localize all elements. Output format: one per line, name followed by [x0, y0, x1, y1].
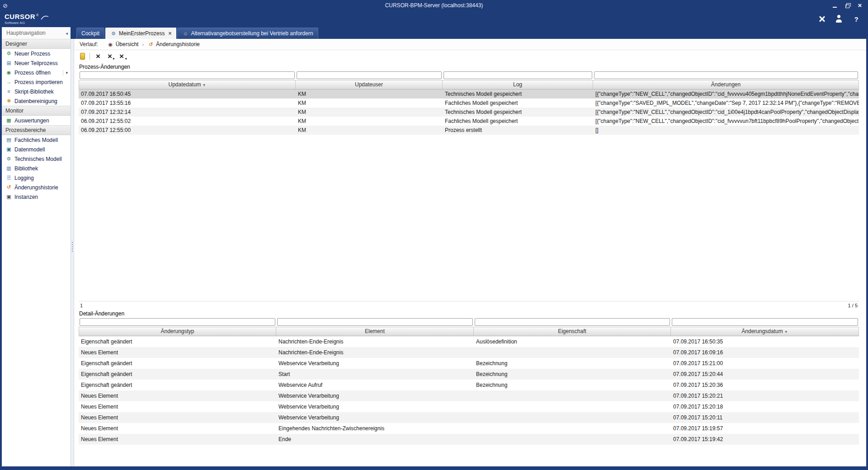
column-header[interactable]: Eigenschaft [474, 327, 671, 336]
sidebar-section-items: Fachliches Modell Datenmodell Technische… [2, 135, 71, 202]
help-icon[interactable] [852, 14, 861, 24]
sidebar-item[interactable]: Neuer Prozess [2, 49, 71, 58]
delete-forward-button[interactable] [106, 53, 113, 60]
column-filter-input[interactable] [277, 318, 473, 326]
sidebar-item[interactable]: Technisches Modell [2, 154, 71, 164]
process-changes-title: Prozess-Änderungen [79, 62, 859, 71]
table-row[interactable]: Neues Element Nachrichten-Ende-Ereignis … [79, 347, 859, 358]
table-row[interactable]: Neues Element Ende 07.09.2017 15:19:42 [79, 434, 859, 445]
table-row[interactable]: Neues Element Webservice Verarbeitung 07… [79, 401, 859, 412]
column-header[interactable]: Änderungen [593, 80, 859, 89]
filter-cell [296, 71, 443, 80]
column-header[interactable]: Updatedatum▼ [79, 80, 296, 89]
sidebar-item[interactable]: Instanzen [2, 192, 71, 202]
cell-aenderungstyp: Neues Element [79, 401, 276, 412]
tab-close-icon[interactable]: × [168, 31, 171, 36]
table-row[interactable]: 07.09.2017 16:50:45 KM Technisches Model… [79, 89, 859, 99]
breadcrumb-item[interactable]: Übersicht [107, 41, 139, 47]
column-filter-input[interactable] [672, 318, 858, 326]
tab-bar: Cockpit MeinErsterProzess × Alternativan… [74, 27, 866, 39]
column-filter-input[interactable] [475, 318, 670, 326]
cell-aenderungsdatum: 07.09.2017 15:19:57 [671, 423, 859, 434]
table-row[interactable]: Eigenschaft geändert Webservice Aufruf B… [79, 380, 859, 390]
column-header-label: Eigenschaft [558, 328, 586, 334]
sidebar-splitter[interactable] [71, 27, 74, 466]
restore-button[interactable] [842, 2, 853, 9]
sidebar-item-label: Logging [14, 175, 34, 181]
brand-registered-mark: ® [36, 14, 38, 17]
table-row[interactable]: Eigenschaft geändert Nachrichten-Ende-Er… [79, 336, 859, 347]
sidebar-item[interactable]: Fachliches Modell [2, 135, 71, 145]
delete-button[interactable] [94, 53, 102, 60]
sidebar-item[interactable]: Auswertungen [2, 116, 71, 125]
sidebar-item[interactable]: Neuer Teilprozess [2, 58, 71, 68]
cell-aenderungen: [] [593, 126, 859, 135]
sidebar-item-label: Änderungshistorie [14, 184, 58, 191]
cell-updateuser: KM [296, 89, 443, 99]
content-spacer [79, 135, 859, 301]
table-row[interactable]: 07.09.2017 13:55:16 KM Fachliches Modell… [79, 99, 859, 108]
column-filter-input[interactable] [297, 71, 442, 79]
table-row[interactable]: 06.09.2017 12:55:02 KM Fachliches Modell… [79, 117, 859, 126]
export-report-icon[interactable] [80, 53, 85, 60]
cell-aenderungstyp: Eigenschaft geändert [79, 336, 276, 347]
column-filter-input[interactable] [80, 318, 275, 326]
sidebar-item-label: Fachliches Modell [14, 137, 58, 143]
sidebar-item[interactable]: Datenbereinigung [2, 96, 71, 106]
tab[interactable]: Cockpit [76, 28, 104, 39]
sidebar-item[interactable]: Logging [2, 173, 71, 183]
column-header[interactable]: Log [443, 80, 593, 89]
sidebar-item[interactable]: Bibliothek [2, 164, 71, 173]
table-row[interactable]: 06.09.2017 12:55:00 KM Prozess erstellt … [79, 126, 859, 135]
column-header[interactable]: Element [276, 327, 474, 336]
cell-eigenschaft: Auslösedefinition [474, 336, 671, 347]
tab[interactable]: MeinErsterProzess × [105, 28, 176, 39]
cell-log: Technisches Modell gespeichert [443, 108, 593, 117]
detail-changes-section: Detail-Änderungen Änderungstyp Element E… [79, 309, 859, 466]
sidebar-item[interactable]: Datenmodell [2, 145, 71, 154]
header-band: CURSOR ® Software AG [0, 11, 868, 27]
breadcrumb-item[interactable]: Änderungshistorie [147, 41, 200, 47]
sidebar-item[interactable]: Änderungshistorie [2, 183, 71, 192]
column-header-label: Änderungen [711, 81, 741, 88]
table-row[interactable]: 07.09.2017 12:32:14 KM Technisches Model… [79, 108, 859, 117]
column-filter-input[interactable] [443, 71, 592, 79]
process-pager: 1 1 / 5 [79, 301, 859, 309]
cell-aenderungsdatum: 07.09.2017 15:20:11 [671, 412, 859, 423]
sidebar-item[interactable]: Prozess importieren [2, 77, 71, 87]
column-header[interactable]: Änderungstyp [79, 327, 276, 336]
delete-back-button[interactable] [118, 53, 125, 60]
sidebar-item[interactable]: Skript-Bibliothek [2, 87, 71, 96]
content: Cockpit MeinErsterProzess × Alternativan… [74, 27, 866, 466]
column-header-label: Änderungsdatum [741, 328, 783, 334]
table-row[interactable]: Eigenschaft geändert Start Bezeichnung 0… [79, 369, 859, 380]
app-window: CURSOR-BPM-Server (localhost:38443) CURS… [0, 0, 868, 470]
breadcrumb-items: Übersicht › Änderungshistorie [107, 41, 200, 47]
sidebar-item-label: Auswertungen [14, 118, 49, 124]
tab[interactable]: Alternativangebotserstellung bei Vertrie… [177, 28, 318, 39]
brand-swoosh [40, 14, 49, 20]
table-row[interactable]: Eigenschaft geändert Webservice Verarbei… [79, 358, 859, 369]
cell-aenderungstyp: Eigenschaft geändert [79, 380, 276, 390]
chevron-down-icon[interactable]: ▾ [63, 70, 68, 75]
tab-label: MeinErsterProzess [119, 30, 165, 37]
table-row[interactable]: Neues Element Webservice Verarbeitung 07… [79, 412, 859, 423]
user-admin-icon[interactable] [835, 14, 844, 24]
cell-updateuser: KM [296, 99, 443, 108]
column-header[interactable]: Änderungsdatum▼ [671, 327, 859, 336]
collapse-sidebar-icon[interactable] [66, 31, 68, 36]
tab-label: Alternativangebotserstellung bei Vertrie… [191, 30, 313, 37]
titlebar: CURSOR-BPM-Server (localhost:38443) [0, 0, 868, 11]
tab-icon [182, 30, 189, 37]
minimize-button[interactable] [829, 2, 840, 9]
table-row[interactable]: Neues Element Eingehendes Nachrichten-Zw… [79, 423, 859, 434]
column-filter-input[interactable] [594, 71, 858, 79]
sidebar-item[interactable]: Prozess öffnen ▾ [2, 68, 71, 77]
detail-header-row: Änderungstyp Element Eigenschaft Änderun… [79, 327, 859, 336]
tools-icon[interactable] [817, 14, 826, 24]
sidebar-item-icon [5, 194, 12, 200]
table-row[interactable]: Neues Element Webservice Verarbeitung 07… [79, 390, 859, 401]
column-filter-input[interactable] [80, 71, 295, 79]
column-header[interactable]: Updateuser [296, 80, 443, 89]
close-button[interactable] [854, 2, 865, 9]
